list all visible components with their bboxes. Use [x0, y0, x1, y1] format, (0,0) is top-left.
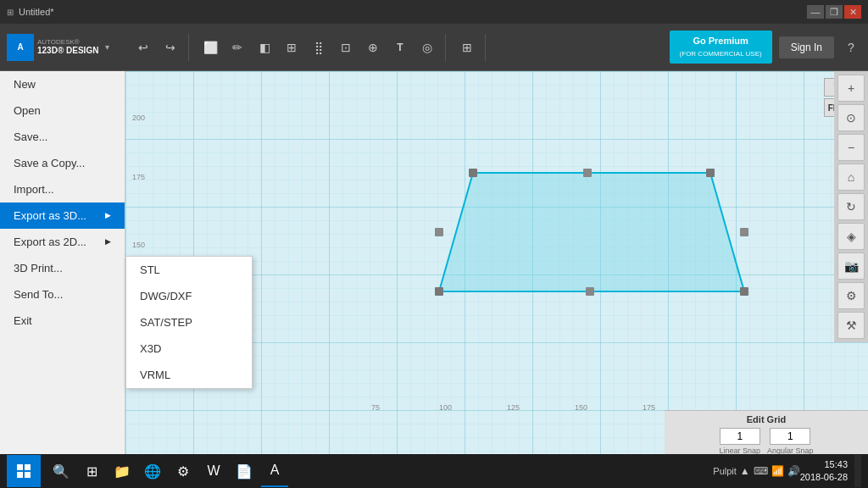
main-toolbar: ↩ ↪ ⬜ ✏ ◧ ⊞ ⣿ ⊡ ⊕ T ◎ ⊞ [125, 34, 670, 61]
linear-snap-group: Linear Snap [719, 428, 760, 454]
handle-tl [469, 169, 477, 177]
submenu-sat-step[interactable]: SAT/STEP [126, 309, 252, 336]
help-button[interactable]: ? [841, 37, 861, 58]
redo-button[interactable]: ↪ [158, 34, 183, 61]
menu-import[interactable]: Import... [0, 176, 125, 202]
group-button[interactable]: ⊡ [333, 34, 359, 61]
menu-exit[interactable]: Exit [0, 308, 125, 334]
screenshot-button[interactable]: 📷 [837, 252, 865, 280]
grid-label-v175: 175 [132, 173, 145, 181]
window-icon: ⊞ [7, 8, 14, 17]
title-bar: ⊞ Untitled* — ❐ ✕ [0, 0, 868, 24]
tools-group-2: ⊞ [449, 34, 486, 61]
taskbar-pdf[interactable]: 📄 [231, 455, 258, 487]
taskbar-network-icon[interactable]: 📶 [771, 465, 784, 477]
menu-export-3d[interactable]: Export as 3D... [0, 202, 125, 229]
handle-bm [586, 287, 594, 296]
handle-mr [740, 228, 748, 236]
taskbar-search[interactable]: 🔍 [47, 455, 75, 487]
construct-button[interactable]: ◧ [252, 34, 277, 61]
submenu-dwg-dxf[interactable]: DWG/DXF [126, 283, 252, 309]
app-header: A AUTODESK® 123D® DESIGN ▾ ↩ ↪ ⬜ ✏ ◧ ⊞ ⣿… [0, 24, 868, 71]
taskbar-clock[interactable]: 15:43 2018-06-28 [800, 458, 854, 485]
show-desktop-button[interactable] [854, 455, 861, 487]
menu-export-2d[interactable]: Export as 2D... [0, 229, 125, 255]
close-button[interactable]: ✕ [844, 5, 861, 19]
linear-snap-label: Linear Snap [719, 446, 760, 454]
taskbar-keyboard-icon: ⌨ [754, 465, 768, 477]
zoom-in-button[interactable]: + [837, 75, 865, 102]
menu-3d-print[interactable]: 3D Print... [0, 255, 125, 281]
zoom-fit-button[interactable]: ⊙ [837, 104, 865, 131]
undo-button[interactable]: ↩ [131, 34, 156, 61]
svg-rect-5 [25, 464, 31, 470]
restore-button[interactable]: ❐ [826, 5, 843, 19]
grid-label-v200: 200 [132, 114, 145, 122]
taskbar-autodesk[interactable]: A [261, 455, 288, 487]
submenu-stl[interactable]: STL [126, 257, 252, 283]
taskbar-app1[interactable]: ⚙ [170, 455, 197, 487]
handle-bl [435, 287, 443, 296]
grid-label-175: 175 [643, 403, 655, 412]
handle-br [740, 287, 748, 296]
taskbar-notification-icon[interactable]: ▲ [740, 465, 750, 477]
logo-dropdown-arrow[interactable]: ▾ [105, 42, 109, 52]
menu-new[interactable]: New [0, 71, 125, 97]
canvas-object-3d [337, 139, 761, 359]
menu-save-copy[interactable]: Save a Copy... [0, 150, 125, 176]
handle-tr [706, 169, 715, 177]
measure-button[interactable]: T [387, 34, 413, 61]
taskbar-volume-icon[interactable]: 🔊 [787, 465, 800, 477]
community-button[interactable]: ⊞ [454, 34, 480, 61]
sketch-button[interactable]: ✏ [225, 34, 250, 61]
modify-button[interactable]: ⊞ [279, 34, 304, 61]
signin-button[interactable]: Sign In [779, 36, 834, 58]
zoom-out-button[interactable]: − [837, 134, 865, 161]
taskbar-browser[interactable]: 🌐 [139, 455, 166, 487]
angular-snap-group: Angular Snap [767, 428, 814, 454]
pattern-button[interactable]: ⣿ [306, 34, 331, 61]
handle-ml [435, 228, 443, 236]
edit-grid-title: Edit Grid [747, 414, 786, 424]
angular-snap-label: Angular Snap [767, 446, 814, 454]
linear-snap-input[interactable] [720, 428, 760, 445]
submenu-x3d[interactable]: X3D [126, 336, 252, 362]
primitive-button[interactable]: ⬜ [198, 34, 223, 61]
header-right: Go Premium (FOR COMMERCIAL USE) Sign In … [670, 30, 861, 63]
orbit-button[interactable]: ↻ [837, 193, 865, 220]
view-toggle-button[interactable]: ◈ [837, 223, 865, 250]
window-controls: — ❐ ✕ [807, 5, 861, 19]
autodesk-logo: A [7, 34, 34, 61]
menu-send-to[interactable]: Send To... [0, 281, 125, 308]
taskbar-taskview[interactable]: ⊞ [78, 455, 105, 487]
material-button[interactable]: ◎ [415, 34, 440, 61]
submenu-vrml[interactable]: VRML [126, 362, 252, 388]
handle-tm [583, 169, 592, 177]
svg-rect-6 [17, 472, 23, 478]
history-group: ↩ ↪ [125, 34, 189, 61]
settings-button[interactable]: ⚙ [837, 282, 865, 309]
edit-grid-inputs: Linear Snap Angular Snap [719, 428, 813, 454]
minimize-button[interactable]: — [807, 5, 824, 19]
left-menu-panel: New Open Save... Save a Copy... Import..… [0, 71, 125, 454]
menu-save[interactable]: Save... [0, 124, 125, 150]
grid-label-100: 100 [439, 403, 452, 412]
premium-button[interactable]: Go Premium (FOR COMMERCIAL USE) [670, 30, 772, 63]
window-title: Untitled* [19, 7, 54, 17]
grid-label-125: 125 [507, 403, 520, 412]
taskbar: 🔍 ⊞ 📁 🌐 ⚙ W 📄 A Pulpit ▲ ⌨ 📶 🔊 15:43 201… [0, 454, 868, 488]
logo-area: A AUTODESK® 123D® DESIGN ▾ [7, 34, 125, 61]
taskbar-files[interactable]: 📁 [108, 455, 136, 487]
view-home-button[interactable]: ⌂ [837, 164, 865, 191]
start-button[interactable] [7, 455, 41, 487]
taskbar-pinned-icons: 🔍 ⊞ 📁 🌐 ⚙ W 📄 A [41, 455, 384, 487]
more-tools-button[interactable]: ⚒ [837, 312, 865, 339]
menu-open[interactable]: Open [0, 97, 125, 124]
taskbar-time-display: 15:43 [800, 458, 848, 471]
grid-label-75: 75 [371, 403, 380, 412]
tools-group-1: ⬜ ✏ ◧ ⊞ ⣿ ⊡ ⊕ T ◎ [192, 34, 446, 61]
angular-snap-input[interactable] [770, 428, 810, 445]
snap-button[interactable]: ⊕ [360, 34, 386, 61]
edit-grid-bar: Edit Grid Linear Snap Angular Snap [665, 410, 868, 454]
taskbar-word[interactable]: W [200, 455, 227, 487]
